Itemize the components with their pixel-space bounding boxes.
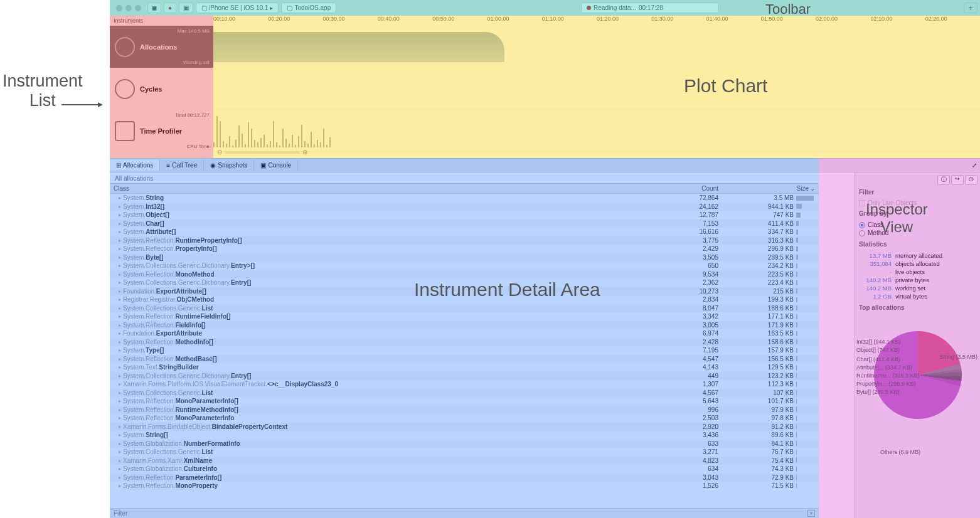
groupby-method-radio[interactable]: Method (859, 229, 976, 237)
disclosure-icon[interactable]: ▸ (119, 356, 121, 362)
plot-lane-allocations[interactable] (213, 26, 980, 68)
table-row[interactable]: ▸System.Reflection.MethodInfo[] 2,428 15… (110, 338, 819, 347)
expand-button[interactable]: ⤢ (969, 162, 980, 169)
filter-input[interactable] (114, 510, 807, 517)
table-row[interactable]: ▸System.Reflection.PropertyInfo[] 2,429 … (110, 245, 819, 253)
disclosure-icon[interactable]: ▸ (119, 381, 121, 387)
table-row[interactable]: ▸System.Reflection.RuntimeFieldInfo[] 3,… (110, 312, 819, 321)
table-row[interactable]: ▸System.Collections.Generic.Dictionary.E… (110, 372, 819, 381)
instrument-allocations[interactable]: Allocations Max 140.5 MB Working set (110, 26, 213, 68)
zoom-out-icon[interactable]: ⊖ (217, 149, 222, 156)
table-row[interactable]: ▸System.Collections.Generic.Dictionary.E… (110, 262, 819, 270)
disclosure-icon[interactable]: ▸ (119, 229, 121, 235)
disclosure-icon[interactable]: ▸ (119, 347, 121, 353)
disclosure-icon[interactable]: ▸ (119, 373, 121, 379)
disclosure-icon[interactable]: ▸ (119, 246, 121, 251)
tab-call-tree[interactable]: ≡Call Tree (160, 160, 204, 171)
table-row[interactable]: ▸System.Reflection.ParameterInfo[] 3,043… (110, 473, 819, 482)
record-button[interactable]: ● (164, 3, 176, 13)
tab-snapshots[interactable]: ◉Snapshots (204, 160, 254, 171)
disclosure-icon[interactable]: ▸ (119, 424, 121, 430)
table-row[interactable]: ▸Foundation.ExportAttribute[] 10,273 215… (110, 287, 819, 296)
disclosure-icon[interactable]: ▸ (119, 390, 121, 396)
plot-lane-cycles[interactable] (213, 68, 980, 110)
table-row[interactable]: ▸System.Collections.Generic.List 3,271 7… (110, 448, 819, 457)
disclosure-icon[interactable]: ▸ (119, 339, 121, 345)
app-selector[interactable]: ▢ TodoiOS.app (281, 3, 336, 13)
stop-button[interactable]: ◼ (147, 3, 161, 13)
disclosure-icon[interactable]: ▸ (119, 407, 121, 413)
disclosure-icon[interactable]: ▸ (119, 221, 121, 226)
table-row[interactable]: ▸System.Reflection.MonoProperty 1,526 71… (110, 482, 819, 490)
disclosure-icon[interactable]: ▸ (119, 272, 121, 277)
zoom-control[interactable]: ⊖ ⊕ (217, 149, 307, 156)
disclosure-icon[interactable]: ▸ (119, 255, 121, 260)
disclosure-icon[interactable]: ▸ (119, 288, 121, 294)
table-row[interactable]: ▸Xamarin.Forms.BindableObject.BindablePr… (110, 423, 819, 431)
add-button[interactable]: + (964, 3, 977, 13)
instrument-time-profiler[interactable]: Time Profiler Total 00:12.727 CPU Time (110, 110, 213, 152)
table-row[interactable]: ▸System.Int32[] 24,162 944.1 KB (110, 203, 819, 211)
table-row[interactable]: ▸System.Globalization.CultureInfo 634 74… (110, 465, 819, 473)
table-row[interactable]: ▸System.Byte[] 3,505 289.5 KB (110, 253, 819, 262)
column-class[interactable]: Class (110, 185, 643, 192)
window-controls[interactable] (112, 5, 145, 11)
table-row[interactable]: ▸Registrar.Registrar.ObjCMethod 2,834 19… (110, 295, 819, 304)
disclosure-icon[interactable]: ▸ (119, 330, 121, 336)
disclosure-icon[interactable]: ▸ (119, 432, 121, 438)
table-row[interactable]: ▸System.Reflection.RuntimeMethodInfo[] 9… (110, 406, 819, 415)
disclosure-icon[interactable]: ▸ (119, 415, 121, 421)
table-row[interactable]: ▸System.Reflection.MonoMethod 9,534 223.… (110, 270, 819, 279)
table-row[interactable]: ▸Foundation.ExportAttribute 6,974 163.5 … (110, 329, 819, 338)
disclosure-icon[interactable]: ▸ (119, 305, 121, 311)
table-row[interactable]: ▸System.String 72,864 3.5 MB (110, 194, 819, 203)
disclosure-icon[interactable]: ▸ (119, 280, 121, 285)
disclosure-icon[interactable]: ▸ (119, 483, 121, 489)
table-row[interactable]: ▸System.Type[] 7,195 157.9 KB (110, 346, 819, 355)
table-row[interactable]: ▸System.Reflection.FieldInfo[] 3,005 171… (110, 321, 819, 330)
disclosure-icon[interactable]: ▸ (119, 466, 121, 472)
groupby-class-radio[interactable]: Class (859, 221, 976, 229)
disclosure-icon[interactable]: ▸ (119, 364, 121, 370)
disclosure-icon[interactable]: ▸ (119, 195, 121, 201)
plot-chart[interactable]: 00:10.0000:20.0000:30.0000:40.0000:50.00… (213, 16, 980, 158)
table-row[interactable]: ▸System.Collections.Generic.List 8,047 1… (110, 304, 819, 313)
column-count[interactable]: Count (643, 185, 725, 192)
disclosure-icon[interactable]: ▸ (119, 398, 121, 404)
scroll-down-icon[interactable]: ▾ (807, 510, 815, 517)
camera-button[interactable]: ▣ (179, 3, 193, 13)
disclosure-icon[interactable]: ▸ (119, 204, 121, 209)
disclosure-icon[interactable]: ▸ (119, 212, 121, 218)
table-row[interactable]: ▸System.Collections.Generic.List 4,567 1… (110, 389, 819, 398)
tab-console[interactable]: ▣Console (254, 160, 298, 171)
table-row[interactable]: ▸System.Reflection.MonoParameterInfo 2,5… (110, 414, 819, 423)
disclosure-icon[interactable]: ▸ (119, 475, 121, 480)
redo-button[interactable]: ↪ (951, 175, 964, 185)
table-row[interactable]: ▸System.Reflection.RuntimePropertyInfo[]… (110, 236, 819, 245)
table-row[interactable]: ▸Xamarin.Forms.Xaml.XmlName 4,823 75.4 K… (110, 457, 819, 465)
only-live-checkbox[interactable]: Only Live Objects (859, 199, 976, 206)
table-row[interactable]: ▸System.Globalization.NumberFormatInfo 6… (110, 440, 819, 448)
table-row[interactable]: ▸System.Reflection.MethodBase[] 4,547 15… (110, 355, 819, 364)
table-row[interactable]: ▸System.Attribute[] 16,616 334.7 KB (110, 228, 819, 236)
tab-allocations[interactable]: ⊞Allocations (110, 160, 160, 171)
disclosure-icon[interactable]: ▸ (119, 263, 121, 268)
table-row[interactable]: ▸System.Object[] 12,787 747 KB (110, 211, 819, 219)
table-row[interactable]: ▸System.Char[] 7,153 411.4 KB (110, 219, 819, 228)
disclosure-icon[interactable]: ▸ (119, 322, 121, 328)
disclosure-icon[interactable]: ▸ (119, 449, 121, 455)
column-size[interactable]: Size⌄ (725, 185, 819, 192)
table-row[interactable]: ▸Xamarin.Forms.Platform.iOS.VisualElemen… (110, 380, 819, 389)
table-row[interactable]: ▸System.Text.StringBuilder 4,143 129.5 K… (110, 363, 819, 372)
table-row[interactable]: ▸System.String[] 3,436 89.6 KB (110, 431, 819, 440)
zoom-in-icon[interactable]: ⊕ (302, 149, 307, 156)
device-selector[interactable]: ▢ iPhone SE | iOS 10.1 ▸ (196, 3, 279, 13)
table-row[interactable]: ▸System.Collections.Generic.Dictionary.E… (110, 278, 819, 287)
disclosure-icon[interactable]: ▸ (119, 458, 121, 463)
disclosure-icon[interactable]: ▸ (119, 441, 121, 447)
plot-lane-time-profiler[interactable] (213, 110, 980, 152)
clock-button[interactable]: ◷ (965, 175, 977, 185)
info-button[interactable]: ⓘ (937, 175, 950, 185)
disclosure-icon[interactable]: ▸ (119, 238, 121, 243)
instrument-cycles[interactable]: Cycles (110, 68, 213, 110)
